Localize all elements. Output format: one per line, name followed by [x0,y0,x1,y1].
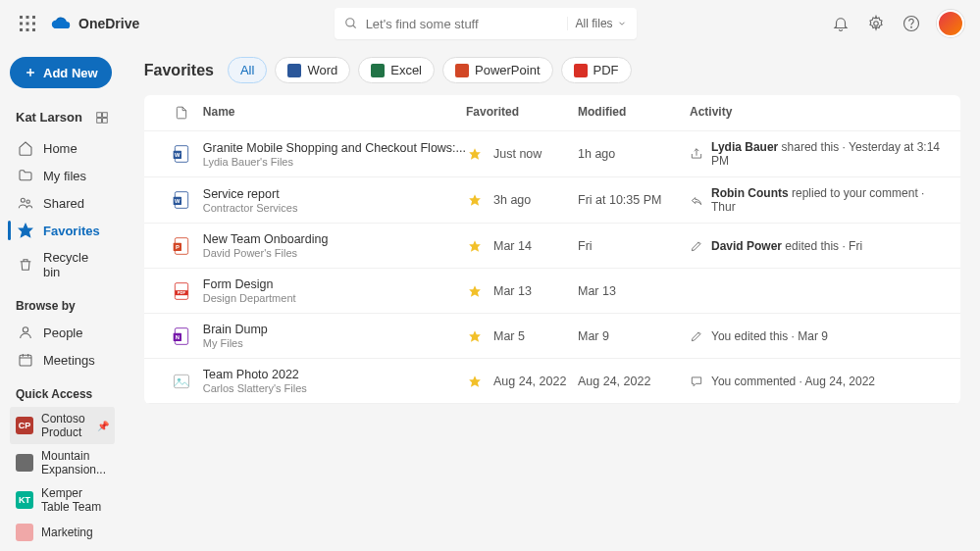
table-row[interactable]: W Granite Mobile Shopping and Checkout F… [144,131,960,177]
svg-text:N: N [176,334,180,340]
star-icon[interactable] [466,375,484,388]
favorited-date: Mar 14 [493,239,532,253]
col-modified[interactable]: Modified [578,105,690,121]
browse-meetings[interactable]: Meetings [10,346,115,374]
activity-cell: David Power edited this · Fri [690,239,945,253]
quick-access-item[interactable]: CPContoso Product📌 [10,407,115,444]
nav-home[interactable]: Home [10,134,115,162]
nav-favorites[interactable]: Favorites [10,217,115,244]
col-name[interactable]: Name [203,105,466,121]
table-row[interactable]: PDF Form DesignDesign Department Mar 13 … [144,269,960,314]
search-input[interactable] [366,17,559,31]
notifications-icon[interactable] [831,14,851,33]
modified-date: Mar 9 [578,329,690,343]
powerpoint-icon [455,64,469,77]
pin-icon: 📌 [97,421,109,431]
col-favorited[interactable]: Favorited [466,105,578,121]
table-row[interactable]: Team Photo 2022Carlos Slattery's Files A… [144,359,960,404]
search-bar[interactable]: All files [335,8,637,39]
svg-point-9 [345,19,353,26]
modified-date: Fri at 10:35 PM [578,193,690,207]
filter-all[interactable]: All [228,57,267,83]
person-icon [18,325,33,340]
nav-recycle-bin[interactable]: Recycle bin [10,244,115,285]
more-places-link[interactable]: More places... [10,546,115,551]
file-name: Team Photo 2022 [203,368,466,381]
activity-cell: You edited this · Mar 9 [690,329,945,343]
svg-rect-15 [102,112,107,117]
search-filter[interactable]: All files [567,17,627,30]
quick-access-item[interactable]: Marketing [10,519,115,546]
comment-icon [690,375,703,388]
brand[interactable]: OneDrive [51,14,139,33]
file-location: Design Department [203,292,466,304]
table-row[interactable]: W Service reportContractor Services 3h a… [144,177,960,224]
edit-icon [690,329,703,343]
trash-icon [18,257,33,273]
user-row[interactable]: Kat Larson [10,106,115,128]
star-icon[interactable] [466,329,484,343]
svg-marker-34 [469,240,481,252]
team-icon: KT [16,491,33,509]
star-icon[interactable] [466,239,484,253]
quick-access-item[interactable]: KTKemper Table Team [10,481,115,519]
file-name: Brain Dump [203,323,466,336]
svg-text:PDF: PDF [178,290,186,295]
svg-rect-1 [26,16,29,19]
chevron-down-icon [617,19,627,28]
brand-name: OneDrive [78,16,139,31]
svg-marker-42 [469,330,481,342]
file-location: Contractor Services [203,202,466,214]
star-icon[interactable] [466,284,484,298]
favorited-date: Mar 5 [493,329,525,343]
svg-point-13 [911,26,912,27]
svg-marker-38 [469,285,481,297]
svg-rect-5 [32,23,35,25]
settings-icon[interactable] [866,14,886,33]
onedrive-icon [51,14,71,33]
star-icon[interactable] [466,147,484,161]
word-file-icon: W [171,187,192,213]
team-icon [16,524,33,541]
word-file-icon: W [171,141,192,167]
search-icon [344,17,358,30]
folder-icon [18,168,33,183]
help-icon[interactable] [902,14,921,33]
col-activity[interactable]: Activity [690,105,945,121]
table-header: Name Favorited Modified Activity [144,95,960,131]
modified-date: Aug 24, 2022 [578,375,690,388]
svg-rect-0 [20,16,23,19]
table-row[interactable]: P New Team OnboardingDavid Power's Files… [144,224,960,269]
svg-marker-20 [19,224,31,236]
activity-cell: Robin Counts replied to your comment · T… [690,186,945,214]
filter-pills: AllWordExcelPowerPointPDF [228,57,632,83]
modified-date: 1h ago [578,147,690,161]
table-row[interactable]: N Brain DumpMy Files Mar 5 Mar 9 You edi… [144,314,960,359]
svg-rect-22 [20,355,31,366]
filter-pdf[interactable]: PDF [561,57,632,83]
main-content: Favorites AllWordExcelPowerPointPDF Name… [125,47,980,551]
favorited-date: Just now [493,147,542,161]
svg-rect-16 [97,118,102,123]
nav-my-files[interactable]: My files [10,162,115,189]
sidebar: ＋Add New Kat Larson HomeMy filesSharedFa… [0,47,125,551]
svg-line-10 [352,25,355,28]
filter-powerpoint[interactable]: PowerPoint [442,57,552,83]
app-launcher-icon[interactable] [16,12,39,35]
file-location: David Power's Files [203,247,466,259]
star-icon[interactable] [466,193,484,207]
file-icon [175,105,188,121]
browse-people[interactable]: People [10,319,115,346]
add-new-button[interactable]: ＋Add New [10,57,112,88]
svg-marker-26 [469,148,481,160]
file-name: Granite Mobile Shopping and Checkout Flo… [203,141,466,155]
activity-cell: You commented · Aug 24, 2022 [690,375,945,388]
nav-shared[interactable]: Shared [10,189,115,217]
modified-date: Mar 13 [578,284,690,298]
quick-access-item[interactable]: Mountain Expansion... [10,444,115,481]
filter-excel[interactable]: Excel [358,57,435,83]
filter-word[interactable]: Word [275,57,350,83]
people-icon [18,195,33,211]
svg-point-19 [26,200,29,203]
user-avatar[interactable] [937,10,964,37]
